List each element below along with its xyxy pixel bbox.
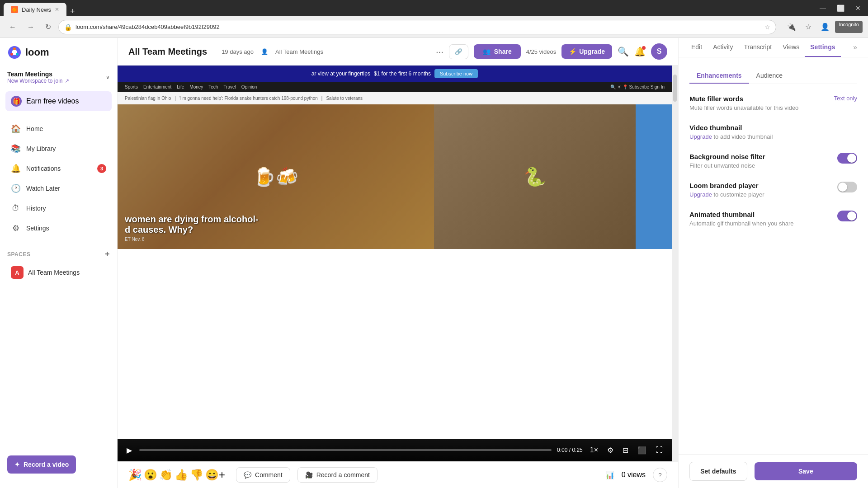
branded-player-toggle[interactable] — [837, 182, 857, 192]
sidebar-item-history[interactable]: ⏱ History — [4, 199, 113, 218]
minimize-button[interactable]: — — [816, 4, 830, 13]
sidebar-item-settings[interactable]: ⚙ Settings — [4, 219, 113, 238]
forward-button[interactable]: → — [24, 21, 38, 33]
upgrade-button[interactable]: ⚡ Upgrade — [561, 44, 612, 59]
quality-settings-button[interactable]: ⚙ — [605, 444, 615, 456]
emoji-clap[interactable]: 👏 — [159, 469, 173, 481]
subscribe-news-button[interactable]: Subscribe now — [434, 69, 478, 78]
news-nav-entertainment: Entertainment — [143, 84, 171, 89]
subtab-enhancements-label: Enhancements — [697, 72, 742, 79]
maximize-button[interactable]: ⬜ — [833, 4, 848, 13]
news-headline2: d causes. Why? — [125, 225, 259, 235]
back-button[interactable]: ← — [5, 21, 20, 33]
total-time: 0:25 — [572, 447, 582, 453]
speed-button[interactable]: 1× — [588, 444, 600, 456]
sidebar-item-all-team-meetings[interactable]: A All Team Meetings — [7, 263, 110, 282]
pip-button[interactable]: ⊟ — [621, 444, 630, 456]
video-section: ar view at your fingertips $1 for the fi… — [118, 66, 678, 488]
animated-thumbnail-title: Animated thumbnail — [689, 211, 830, 218]
animated-thumbnail-toggle[interactable] — [837, 211, 857, 221]
new-tab-button[interactable]: + — [66, 7, 79, 16]
scroll-thumb[interactable] — [673, 75, 677, 102]
workspace-selector[interactable]: Team Meetings New Workspace to join ↗ ∨ — [0, 67, 117, 88]
tab-transcript-label: Transcript — [744, 43, 772, 51]
setting-mute-filler: Mute filler words Mute filler words unav… — [689, 95, 857, 111]
tab-edit[interactable]: Edit — [686, 38, 708, 57]
branded-player-toggle-thumb — [838, 183, 847, 192]
share-button[interactable]: 👥 Share — [474, 44, 521, 59]
add-space-button[interactable]: + — [105, 249, 110, 259]
browser-tabs: 🔶 Daily News ✕ + — [4, 0, 79, 16]
theater-mode-button[interactable]: ⬛ — [636, 444, 648, 456]
notification-button[interactable]: 🔔 — [634, 46, 646, 57]
emoji-more[interactable]: 😄+ — [205, 469, 225, 481]
spaces-section: Spaces + A All Team Meetings — [0, 242, 117, 290]
space-avatar: A — [11, 266, 24, 279]
sidebar: loom Team Meetings New Workspace to join… — [0, 38, 118, 488]
animated-thumbnail-desc: Automatic gif thumbnail when you share — [689, 220, 830, 227]
fullscreen-button[interactable]: ⛶ — [654, 444, 665, 456]
tab-activity[interactable]: Activity — [708, 38, 738, 57]
save-button[interactable]: Save — [755, 462, 857, 480]
set-defaults-button[interactable]: Set defaults — [689, 462, 747, 481]
video-player[interactable]: ar view at your fingertips $1 for the fi… — [118, 66, 672, 461]
tab-settings-label: Settings — [810, 43, 835, 51]
emoji-thumbs-down[interactable]: 👎 — [190, 469, 203, 481]
scroll-indicator — [672, 66, 678, 461]
comment-button[interactable]: 💬 Comment — [236, 467, 290, 483]
copy-link-button[interactable]: 🔗 — [449, 44, 468, 59]
svg-point-3 — [16, 53, 19, 56]
search-button[interactable]: 🔍 — [618, 46, 629, 57]
emoji-party[interactable]: 🎉 — [128, 469, 142, 481]
noise-filter-toggle[interactable] — [837, 153, 857, 164]
record-comment-button[interactable]: 🎥 Record a comment — [297, 467, 377, 483]
sidebar-item-notifications[interactable]: 🔔 Notifications 3 — [4, 159, 113, 178]
news-nav-life: Life — [177, 84, 184, 89]
extensions-button[interactable]: 🔌 — [783, 21, 800, 33]
sub-nav-sep: | — [175, 96, 176, 101]
sidebar-item-my-library[interactable]: 📚 My Library — [4, 139, 113, 158]
avatar[interactable]: S — [651, 43, 667, 60]
url-text: loom.com/share/49cab284dceb409abbeef9b19… — [75, 23, 761, 30]
text-only-button[interactable]: Text only — [834, 95, 857, 102]
upgrade-label: Upgrade — [579, 48, 605, 55]
help-button[interactable]: ? — [653, 468, 667, 482]
video-player-wrapper: ar view at your fingertips $1 for the fi… — [118, 66, 678, 461]
promo-price: $1 for the first 6 months — [374, 70, 431, 77]
news-ad-strip — [636, 104, 672, 249]
play-button[interactable]: ▶ — [125, 444, 134, 456]
profile-button[interactable]: 👤 — [817, 21, 833, 33]
tab-settings[interactable]: Settings — [805, 38, 840, 57]
close-window-button[interactable]: ✕ — [852, 4, 864, 13]
thumbnail-upgrade-link[interactable]: Upgrade — [689, 133, 712, 140]
tab-close-button[interactable]: ✕ — [55, 6, 59, 13]
three-dots-button[interactable]: ··· — [436, 47, 443, 57]
noise-filter-desc: Filter out unwanted noise — [689, 162, 830, 169]
workspace-link[interactable]: New Workspace to join ↗ — [7, 78, 69, 84]
main-content: All Team Meetings 19 days ago 👤 All Team… — [118, 38, 678, 488]
earn-free-videos-item[interactable]: 🎁 Earn free videos — [5, 91, 112, 111]
tab-expand-button[interactable]: » — [849, 38, 861, 57]
chevron-down-icon: ∨ — [106, 74, 110, 80]
earn-icon: 🎁 — [11, 96, 22, 107]
news-promo-bar: ar view at your fingertips $1 for the fi… — [118, 66, 672, 82]
share-label: Share — [494, 48, 512, 55]
video-count: 4/25 videos — [526, 48, 557, 55]
progress-bar[interactable] — [139, 449, 552, 451]
url-bar[interactable]: 🔒 loom.com/share/49cab284dceb409abbeef9b… — [58, 20, 776, 34]
sidebar-item-home[interactable]: 🏠 Home — [4, 119, 113, 138]
active-tab[interactable]: 🔶 Daily News ✕ — [4, 3, 66, 16]
sidebar-item-watch-later[interactable]: 🕐 Watch Later — [4, 179, 113, 198]
emoji-surprised[interactable]: 😮 — [144, 469, 157, 481]
tab-transcript[interactable]: Transcript — [738, 38, 777, 57]
tab-views[interactable]: Views — [777, 38, 805, 57]
subtab-enhancements[interactable]: Enhancements — [689, 68, 749, 84]
bookmark-button[interactable]: ☆ — [802, 21, 815, 33]
record-video-button[interactable]: ✦ Record a video — [7, 455, 76, 474]
branded-upgrade-link[interactable]: Upgrade — [689, 191, 712, 198]
refresh-button[interactable]: ↻ — [42, 21, 55, 33]
subtab-audience[interactable]: Audience — [749, 68, 790, 84]
workspace-info: Team Meetings New Workspace to join ↗ — [7, 70, 69, 84]
space-label: All Team Meetings — [28, 269, 80, 276]
emoji-thumbs-up[interactable]: 👍 — [175, 469, 188, 481]
